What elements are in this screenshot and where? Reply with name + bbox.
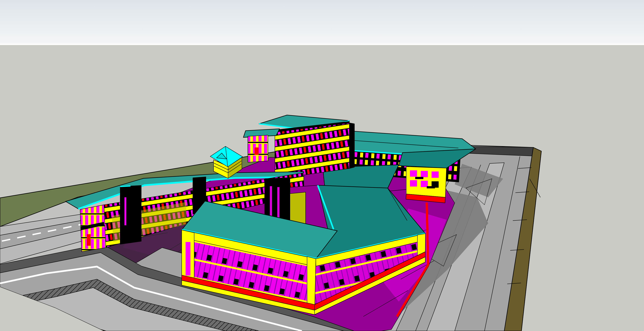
b3-gable-red	[87, 234, 90, 246]
b3-stair-tower	[120, 185, 141, 244]
sky-band	[0, 0, 644, 45]
b1-red-box	[254, 147, 259, 155]
sky	[0, 0, 644, 45]
b3-tower-cap	[120, 186, 130, 187]
b5-corner-window	[186, 242, 190, 276]
render-canvas	[0, 0, 644, 331]
b1-side-dark	[350, 123, 354, 168]
b3-tower-slit	[124, 197, 126, 225]
model-viewport[interactable]	[0, 0, 644, 331]
